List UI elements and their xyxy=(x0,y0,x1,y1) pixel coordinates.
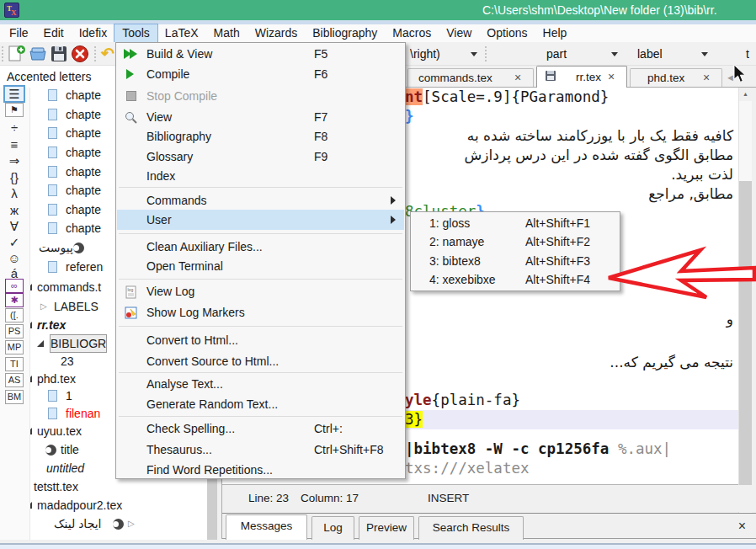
menu-item-index[interactable]: Index xyxy=(117,166,404,186)
menubar-item-edit[interactable]: Edit xyxy=(36,24,72,42)
tree-expanded-icon[interactable] xyxy=(37,340,44,347)
tree-item[interactable]: tetstt.tex xyxy=(30,478,207,495)
editor-tab-phd-tex[interactable]: phd.tex× xyxy=(630,68,722,87)
tree-collapsed-icon[interactable]: ▷ xyxy=(40,298,47,315)
panel-close-icon[interactable]: × xyxy=(738,519,746,534)
menu-item-find-word-repetitions-[interactable]: Find Word Repetitions... xyxy=(117,460,404,480)
tree-expanded-icon[interactable] xyxy=(30,428,32,434)
menubar-item-bibliography[interactable]: Bibliography xyxy=(305,24,385,42)
submenu-item-4[interactable]: 4: xexebibxeAlt+Shift+F4 xyxy=(412,270,619,289)
menubar-item-latex[interactable]: LaTeX xyxy=(157,24,206,42)
menubar-item-math[interactable]: Math xyxy=(206,24,248,42)
tree-expanded-icon[interactable] xyxy=(30,376,32,382)
next-combo[interactable]: t xyxy=(746,45,756,63)
tree-item[interactable]: madadpour2.tex xyxy=(30,497,207,514)
menubar-item-file[interactable]: File xyxy=(2,24,36,42)
label-combo[interactable]: label xyxy=(637,45,711,63)
menubar-item-idefix[interactable]: Idefix xyxy=(72,24,114,42)
save-file-icon[interactable] xyxy=(50,45,68,63)
menu-item-build-view[interactable]: Build & ViewF5 xyxy=(117,44,404,64)
menubar-item-wizards[interactable]: Wizards xyxy=(248,24,306,42)
infinity-icon[interactable]: ∞ xyxy=(5,279,24,293)
menu-item-open-terminal[interactable]: Open Terminal xyxy=(117,256,404,276)
menubar-item-macros[interactable]: Macros xyxy=(385,24,439,42)
toolbar-drag-handle[interactable] xyxy=(94,46,97,61)
panel-tab-messages[interactable]: Messages xyxy=(226,514,307,540)
scrollbar-up-icon[interactable]: ▲ xyxy=(739,88,752,101)
submenu-item-3[interactable]: 3: bibtex8Alt+Shift+F3 xyxy=(412,252,619,270)
menu-item-label: Convert to Html... xyxy=(146,330,238,350)
menubar-item-help[interactable]: Help xyxy=(535,24,575,42)
lines-icon[interactable]: ≡ xyxy=(3,136,25,152)
bookmarks-icon[interactable]: ⚑ xyxy=(5,103,24,117)
menu-item-compile[interactable]: CompileF6 xyxy=(117,64,404,84)
brackets-icon[interactable]: ([. xyxy=(5,308,24,322)
math-division-icon[interactable]: ÷ xyxy=(3,120,25,136)
open-file-icon[interactable] xyxy=(29,45,47,63)
ps-icon[interactable]: PS xyxy=(5,324,24,338)
submenu-item-1[interactable]: 1: glossAlt+Shift+F1 xyxy=(412,214,619,232)
tab-close-icon[interactable]: × xyxy=(514,69,521,87)
logic-icon[interactable]: ∀ xyxy=(3,218,25,234)
toolbar-drag-handle[interactable] xyxy=(2,46,4,61)
new-file-icon[interactable] xyxy=(8,45,26,63)
tree-item-label: phd.tex xyxy=(37,370,76,387)
menu-item-shortcut: F7 xyxy=(314,107,327,127)
submenu-item-2[interactable]: 2: namayeAlt+Shift+F2 xyxy=(412,232,619,251)
tab-close-icon[interactable]: × xyxy=(608,67,615,88)
menubar-item-options[interactable]: Options xyxy=(479,24,535,42)
stop-icon xyxy=(124,89,139,103)
tree-expanded-icon[interactable] xyxy=(30,502,32,509)
menu-item-check-spelling-[interactable]: Check Spelling...Ctrl+: xyxy=(117,418,404,439)
menu-item-view[interactable]: ViewF7 xyxy=(117,107,404,127)
menu-item-user[interactable]: User xyxy=(117,210,404,230)
braces-icon[interactable]: {} xyxy=(3,169,25,185)
undo-icon[interactable]: ↶ xyxy=(98,45,117,63)
asterisk-icon[interactable]: ✱ xyxy=(5,293,24,307)
panel-tab-log[interactable]: Log xyxy=(311,516,354,540)
section-combo[interactable]: part xyxy=(490,45,623,63)
ti-icon[interactable]: TI xyxy=(5,357,24,371)
tree-collapsed-icon[interactable]: ▷ xyxy=(128,515,135,532)
title-bar[interactable]: TX C:\Users\shm\Desktop\New folder (13)\… xyxy=(0,0,756,20)
menu-item-commands[interactable]: Commands xyxy=(117,190,404,211)
menu-item-convert-to-html-[interactable]: Convert to Html... xyxy=(117,330,404,350)
submenu-item-shortcut: Alt+Shift+F2 xyxy=(525,232,590,251)
menu-item-stop-compile[interactable]: Stop Compile xyxy=(117,86,404,106)
panel-tab-preview[interactable]: Preview xyxy=(359,516,414,540)
code-segment: 3} xyxy=(405,411,423,428)
bm-icon[interactable]: BM xyxy=(5,390,24,404)
menu-item-convert-source-to-html-[interactable]: Convert Source to Html... xyxy=(117,351,404,371)
tree-item-label: uyuu.tex xyxy=(37,423,82,440)
editor-scrollbar-thumb[interactable] xyxy=(739,181,752,495)
check-icon[interactable]: ✓ xyxy=(3,234,25,250)
menu-item-view-log[interactable]: logView Log xyxy=(117,281,404,301)
tree-item[interactable]: ▷ایجاد لینک xyxy=(30,515,207,532)
menu-item-clean-auxiliary-files-[interactable]: Clean Auxiliary Files... xyxy=(117,237,404,257)
math-symbol-combo[interactable]: \right) xyxy=(410,45,481,63)
menu-item-glossary[interactable]: GlossaryF9 xyxy=(117,147,404,167)
menu-item-thesaurus-[interactable]: Thesaurus...Ctrl+Shift+F8 xyxy=(117,440,404,460)
menu-item-show-log-markers[interactable]: Show Log Markers xyxy=(117,302,404,322)
cyrillic-icon[interactable]: ж xyxy=(3,202,25,218)
arrows-icon[interactable]: ⇒ xyxy=(3,152,25,168)
editor-tab-commands-tex[interactable]: commands.tex× xyxy=(407,68,534,87)
menubar-item-tools[interactable]: Tools xyxy=(114,24,157,42)
menu-item-shortcut: Ctrl+: xyxy=(314,418,343,439)
tab-close-icon[interactable]: × xyxy=(703,69,710,87)
tree-expanded-icon[interactable] xyxy=(30,322,32,328)
menu-item-bibliography[interactable]: BibliographyF8 xyxy=(117,126,404,147)
smiley-icon[interactable]: ☺ xyxy=(3,250,25,266)
structure-icon[interactable]: ☰ xyxy=(3,85,25,103)
menubar-item-view[interactable]: View xyxy=(439,24,479,42)
tree-expanded-icon[interactable] xyxy=(30,284,32,290)
close-file-icon[interactable] xyxy=(71,45,89,63)
menu-item-generate-random-text-[interactable]: Generate Random Text... xyxy=(117,394,404,414)
mp-icon[interactable]: MP xyxy=(5,340,24,354)
menu-item-analyse-text-[interactable]: Analyse Text... xyxy=(117,374,404,394)
panel-tab-search-results[interactable]: Search Results xyxy=(418,516,524,540)
toolbar-drag-handle[interactable] xyxy=(485,46,487,61)
editor-tab-rr-tex[interactable]: rr.tex× xyxy=(536,66,627,88)
greek-icon[interactable]: λ xyxy=(3,185,25,201)
as-icon[interactable]: AS xyxy=(5,373,24,387)
